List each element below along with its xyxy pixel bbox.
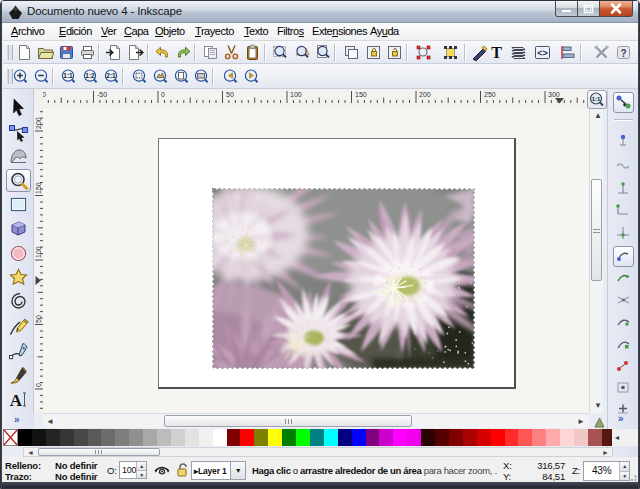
svg-text:T: T [491,44,502,61]
svg-text:150: 150 [35,182,42,194]
svg-text:1:1: 1:1 [63,72,73,79]
svg-text:0: 0 [35,383,42,387]
svg-text:?: ? [620,48,626,59]
svg-text:250: 250 [484,91,496,98]
svg-text:A: A [10,391,23,410]
svg-text:100: 100 [35,246,42,258]
svg-text:-50: -50 [97,91,107,98]
svg-text:1:1: 1:1 [592,96,601,102]
svg-text:1:2: 1:2 [85,72,95,79]
svg-text:50: 50 [35,315,42,323]
svg-text:2:1: 2:1 [106,72,116,79]
svg-text:150: 150 [355,91,367,98]
svg-text:<>: <> [537,48,548,58]
svg-text:50: 50 [226,91,234,98]
svg-text:0: 0 [161,91,165,98]
svg-text:100: 100 [290,91,302,98]
svg-text:200: 200 [35,117,42,129]
svg-text:200: 200 [419,91,431,98]
svg-text:-100: -100 [43,91,46,98]
svg-text:300: 300 [548,91,560,98]
